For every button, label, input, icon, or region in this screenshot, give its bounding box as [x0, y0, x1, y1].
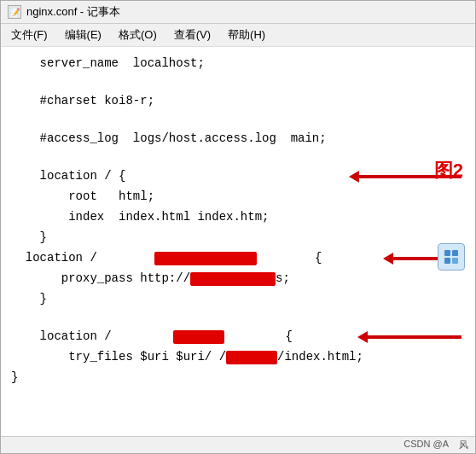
- line-charset: #charset koi8-r;: [11, 91, 465, 112]
- content-area: server_name localhost; #charset koi8-r; …: [1, 47, 475, 436]
- code-content: server_name localhost; #charset koi8-r; …: [11, 54, 465, 388]
- arrow-location3: [357, 331, 461, 343]
- window-title: nginx.conf - 记事本: [26, 4, 120, 20]
- svg-rect-2: [444, 258, 450, 264]
- menu-help[interactable]: 帮助(H): [224, 26, 269, 44]
- line-location1-close: }: [11, 228, 465, 248]
- menu-file[interactable]: 文件(F): [8, 26, 51, 44]
- menu-format[interactable]: 格式(O): [115, 26, 160, 44]
- blank4: [11, 310, 465, 327]
- redacted-try-files-path: [226, 351, 277, 364]
- menu-bar: 文件(F) 编辑(E) 格式(O) 查看(V) 帮助(H): [1, 24, 475, 47]
- line-root: root html;: [11, 187, 465, 207]
- widget-icon: [443, 248, 460, 265]
- bottom-bar: CSDN @A 风: [1, 436, 475, 453]
- redacted-proxy-host: [190, 272, 276, 286]
- bottom-text-1: CSDN @A: [403, 439, 449, 451]
- line-location1-open: location / {: [11, 166, 465, 187]
- svg-rect-3: [452, 258, 458, 264]
- line-access-log: #access_log logs/host.access.log main;: [11, 129, 465, 149]
- line-server-name: server_name localhost;: [11, 54, 465, 74]
- window: 📝 nginx.conf - 记事本 文件(F) 编辑(E) 格式(O) 查看(…: [0, 0, 476, 454]
- menu-edit[interactable]: 编辑(E): [61, 26, 105, 44]
- line-try-files: try_files $uri $uri/ / /index.html;: [11, 347, 465, 368]
- svg-rect-1: [452, 250, 458, 256]
- blank1: [11, 74, 465, 91]
- redacted-location2-path: [154, 252, 257, 265]
- icon-widget: [438, 243, 465, 271]
- bottom-text-2: 风: [459, 439, 468, 451]
- redacted-location3-path: [173, 330, 224, 344]
- line-location3-open: location / {: [11, 327, 465, 347]
- line-location2-close: }: [11, 289, 465, 310]
- blank2: [11, 112, 465, 129]
- blank3: [11, 149, 465, 166]
- line-location3-close: }: [11, 368, 465, 388]
- svg-rect-0: [444, 250, 450, 256]
- title-icon: 📝: [8, 5, 21, 19]
- menu-view[interactable]: 查看(V): [171, 26, 214, 44]
- line-location2-open: location / {: [11, 248, 465, 269]
- line-index: index index.html index.htm;: [11, 207, 465, 228]
- line-proxy-pass: proxy_pass http:// s;: [11, 269, 465, 289]
- fig-label: 图2: [434, 158, 463, 183]
- title-bar: 📝 nginx.conf - 记事本: [1, 1, 475, 24]
